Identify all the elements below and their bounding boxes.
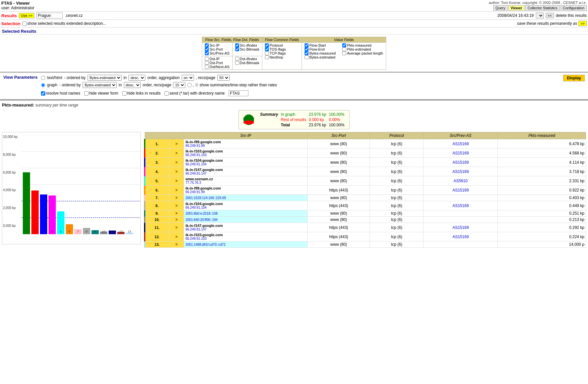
row-port: https (443) bbox=[308, 232, 370, 241]
row-arrow[interactable]: > bbox=[169, 195, 184, 201]
nav-config-button[interactable]: Configuration bbox=[561, 5, 587, 11]
field-protocol: Protocol bbox=[265, 43, 299, 47]
field-tcp: TCP-flags bbox=[265, 51, 299, 55]
hide-form-label[interactable]: hide viewer form bbox=[84, 91, 118, 96]
nav-viewer-button[interactable]: Viewer bbox=[508, 5, 525, 11]
svg-text:10: 10 bbox=[102, 230, 105, 233]
header-right: author: Tom Kosnar, copyright: © 2002-20… bbox=[489, 1, 587, 11]
row-arrow[interactable]: > bbox=[169, 186, 184, 195]
row-num: 5. bbox=[145, 176, 169, 186]
resolve-hosts-label[interactable]: resolve host names bbox=[41, 91, 80, 96]
aggregation-select[interactable]: on bbox=[182, 75, 194, 81]
options-row: resolve host names hide viewer form hide… bbox=[41, 89, 560, 97]
row-arrow[interactable]: > bbox=[169, 176, 184, 186]
nav-collector-button[interactable]: Collector Statistics bbox=[525, 5, 560, 11]
field-flow-start: Flow-Start bbox=[305, 43, 336, 47]
hide-form-checkbox[interactable] bbox=[84, 91, 89, 96]
app-user: user: Administrator bbox=[1, 6, 34, 10]
hide-links-label[interactable]: hide links in results bbox=[122, 91, 161, 96]
text-sort-select[interactable]: Bytes-estimated bbox=[88, 75, 122, 81]
row-as[interactable]: AS15169 bbox=[423, 186, 498, 195]
text-order-select[interactable]: desc. bbox=[129, 75, 145, 81]
tar-input[interactable] bbox=[229, 90, 248, 96]
graph-order-select[interactable]: desc. bbox=[124, 82, 141, 88]
row-as[interactable]: AS15169 bbox=[423, 158, 498, 167]
show-summaries-radio[interactable] bbox=[187, 83, 192, 87]
delete-arrow-button[interactable]: << bbox=[546, 13, 554, 18]
row-arrow[interactable]: > bbox=[169, 241, 184, 248]
text-recs-select[interactable]: 50 bbox=[217, 75, 230, 81]
show-summaries-label[interactable]: , ☉ show summaries/time-step rather than… bbox=[187, 83, 277, 87]
row-pkts: 4.568 kp bbox=[498, 149, 586, 158]
row-arrow[interactable]: > bbox=[169, 232, 184, 241]
row-as[interactable]: AS15169 bbox=[423, 232, 498, 241]
city-input[interactable] bbox=[36, 13, 63, 19]
table-row: 11.>ik-in-f147.google.com66.249.91.147ht… bbox=[145, 223, 586, 232]
row-as[interactable] bbox=[423, 210, 498, 217]
svg-text:2: 2 bbox=[34, 230, 36, 233]
resolve-hosts-checkbox[interactable] bbox=[41, 91, 45, 96]
row-num: 7. bbox=[145, 195, 169, 201]
row-port: www (80) bbox=[308, 241, 370, 248]
nav-query-button[interactable]: Query bbox=[493, 5, 508, 11]
bar-chart-svg: 1 2 3 4 5 6 7 8 9 10 11 12 13 bbox=[21, 135, 140, 234]
table-header-src-port: Src-Port bbox=[308, 132, 370, 139]
graph-recs-select[interactable]: 15 bbox=[173, 82, 185, 88]
row-as[interactable]: AS15169 bbox=[423, 139, 498, 149]
row-host: ik-in-f103.google.com66.249.91.103 bbox=[184, 232, 308, 241]
display-button[interactable]: Display bbox=[563, 75, 585, 81]
svg-text:6: 6 bbox=[68, 230, 70, 233]
value-header: Value Fields bbox=[302, 37, 386, 43]
field-dst-ifindex: Dst-ifIndex bbox=[235, 57, 259, 61]
show-description-label[interactable]: show selected results extended descripti… bbox=[22, 21, 106, 26]
row-pkts: 4.114 kp bbox=[498, 158, 586, 167]
row-arrow[interactable]: > bbox=[169, 158, 184, 167]
row-protocol: tcp (6) bbox=[370, 217, 423, 223]
graph-sort-select[interactable]: Bytes-estimated bbox=[83, 82, 117, 88]
row-num: 12. bbox=[145, 232, 169, 241]
summary-box: Summary Summary In graph 23.976 kp 100.0… bbox=[239, 110, 349, 129]
row-as[interactable]: AS15169 bbox=[423, 149, 498, 158]
svg-text:3: 3 bbox=[43, 230, 44, 233]
use-button[interactable]: Use >> bbox=[19, 13, 34, 18]
row-protocol: tcp (6) bbox=[370, 241, 423, 248]
summary-container: Summary Summary In graph 23.976 kp 100.0… bbox=[2, 110, 586, 129]
field-dst-port: Dst-Port bbox=[205, 61, 230, 65]
row-arrow[interactable]: > bbox=[169, 149, 184, 158]
svg-rect-10 bbox=[31, 191, 39, 234]
row-arrow[interactable]: > bbox=[169, 201, 184, 210]
show-description-checkbox[interactable] bbox=[22, 21, 27, 26]
src-dst-header: Flow Src. Fields, Flow Dst. Fields bbox=[202, 37, 262, 43]
svg-text:7: 7 bbox=[77, 230, 79, 233]
copyright: author: Tom Kosnar, copyright: © 2002-20… bbox=[489, 1, 587, 5]
send-tar-label[interactable]: send (*.tar) with directory name bbox=[165, 91, 225, 96]
hide-links-checkbox[interactable] bbox=[122, 91, 127, 96]
row-pkts: 2.331 kp bbox=[498, 176, 586, 186]
send-tar-checkbox[interactable] bbox=[165, 91, 169, 96]
save-button[interactable]: >> bbox=[578, 21, 587, 26]
row-num: 9. bbox=[145, 210, 169, 217]
row-protocol: tcp (6) bbox=[370, 158, 423, 167]
row-as[interactable] bbox=[423, 241, 498, 248]
results-select[interactable] bbox=[536, 13, 544, 19]
row-as[interactable]: AS15169 bbox=[423, 167, 498, 176]
row-arrow[interactable]: > bbox=[169, 217, 184, 223]
user-label: user: bbox=[1, 6, 10, 10]
row-arrow[interactable]: > bbox=[169, 167, 184, 176]
row-protocol: tcp (6) bbox=[370, 139, 423, 149]
row-as[interactable] bbox=[423, 195, 498, 201]
text-html-radio[interactable] bbox=[41, 76, 45, 80]
row-arrow[interactable]: > bbox=[169, 139, 184, 149]
row-as[interactable]: AS15169 bbox=[423, 223, 498, 232]
graph-radio[interactable] bbox=[41, 83, 45, 87]
table-header-src-ip: Src-IP bbox=[184, 132, 308, 139]
main-section: Pkts-measured: summary per time range Su… bbox=[0, 100, 588, 250]
row-arrow[interactable]: > bbox=[169, 210, 184, 217]
row-as[interactable] bbox=[423, 217, 498, 223]
row-as[interactable]: AS5610 bbox=[423, 176, 498, 186]
row-host: ik-in-f103.google.com66.249.91.103 bbox=[184, 149, 308, 158]
dst-fields-cell2: Dst-ifIndex Dst-Bitmask bbox=[232, 56, 262, 70]
row-as[interactable]: AS15169 bbox=[423, 201, 498, 210]
table-row: 10.>2001:640:20:ff00::194www (80)tcp (6)… bbox=[145, 217, 586, 223]
row-arrow[interactable]: > bbox=[169, 223, 184, 232]
